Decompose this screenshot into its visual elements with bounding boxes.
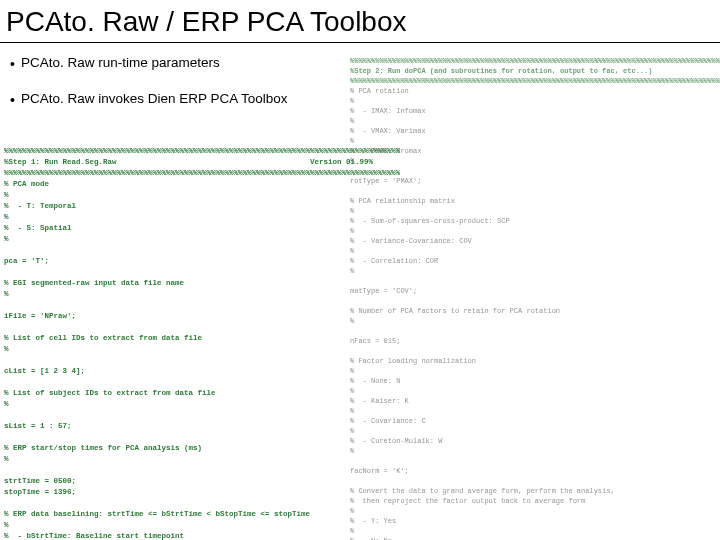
bullet-text: PCAto. Raw run-time parameters [21, 55, 220, 70]
code-right-body: % PCA rotation % % - IMAX: Infomax % % -… [350, 87, 615, 540]
page-title: PCAto. Raw / ERP PCA Toolbox [0, 0, 720, 43]
bullet-dot: • [10, 55, 15, 73]
code-right-header: %%%%%%%%%%%%%%%%%%%%%%%%%%%%%%%%%%%%%%%%… [350, 57, 720, 85]
bullet-dot: • [10, 91, 15, 109]
code-block-right: %%%%%%%%%%%%%%%%%%%%%%%%%%%%%%%%%%%%%%%%… [350, 56, 720, 540]
code-block-left: %%%%%%%%%%%%%%%%%%%%%%%%%%%%%%%%%%%%%%%%… [4, 146, 400, 540]
bullet-text: PCAto. Raw invokes Dien ERP PCA Toolbox [21, 91, 288, 106]
